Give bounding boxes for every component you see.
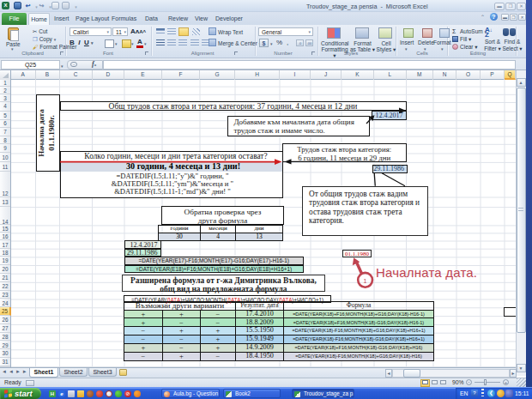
svg-text:1: 1: [364, 278, 367, 284]
